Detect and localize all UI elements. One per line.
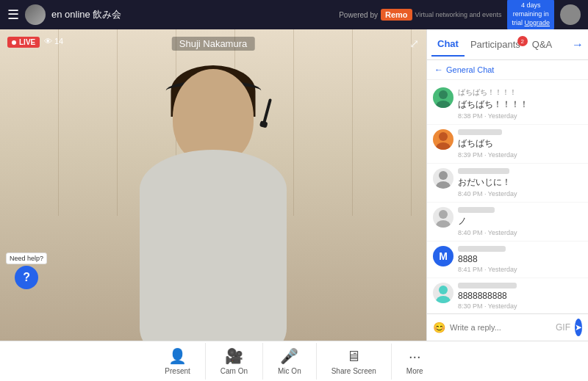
chat-breadcrumb[interactable]: ← General Chat	[427, 60, 588, 80]
message-content: ばちばち 8:39 PM · Yesterday	[458, 129, 582, 159]
message-avatar: M	[433, 246, 453, 266]
more-label: More	[406, 367, 423, 375]
video-frame	[0, 29, 426, 341]
chat-tabs: Chat Participants 2 Q&A →	[427, 29, 588, 60]
share-screen-label: Share Screen	[331, 367, 376, 375]
help-text: Need help?	[6, 253, 47, 264]
breadcrumb-label: General Chat	[446, 65, 494, 74]
chat-message: 8888888888 8:30 PM · Yesterday	[427, 278, 588, 313]
cam-icon: 🎥	[225, 347, 243, 365]
tab-participants-label: Participants	[470, 39, 520, 50]
remo-logo: Remo	[381, 9, 412, 21]
trial-text3: trial Upgrade	[512, 19, 550, 28]
live-label: LIVE	[19, 38, 35, 46]
user-avatar-top	[560, 4, 581, 25]
message-avatar	[433, 207, 453, 228]
main-content: LIVE 👁 14 Shuji Nakamura ⤢ Need help? ? …	[0, 29, 588, 341]
speaker-name: Shuji Nakamura	[172, 37, 255, 51]
message-time: 8:30 PM · Yesterday	[458, 302, 582, 310]
svg-point-0	[439, 90, 448, 99]
message-time: 8:38 PM · Yesterday	[458, 112, 582, 120]
bottom-bar: 👤 Present 🎥 Cam On 🎤 Mic On 🖥 Share Scre…	[0, 341, 588, 381]
message-text: ばちばち！！！！	[458, 98, 582, 111]
message-time: 8:39 PM · Yesterday	[458, 151, 582, 159]
upgrade-link[interactable]: Upgrade	[524, 19, 550, 26]
toolbar-present[interactable]: 👤 Present	[150, 343, 205, 380]
chat-message: M 8888 8:41 PM · Yesterday	[427, 242, 588, 278]
cam-label: Cam On	[220, 367, 248, 375]
trial-badge[interactable]: 4 days remaining in trial Upgrade	[507, 0, 554, 30]
live-badge: LIVE	[7, 37, 40, 48]
message-sender	[458, 168, 509, 174]
help-icon[interactable]: ?	[15, 266, 38, 289]
chat-messages[interactable]: ばちばち！！！！ ばちばち！！！！ 8:38 PM · Yesterday ばち…	[427, 80, 588, 313]
svg-point-6	[439, 210, 448, 219]
emoji-button[interactable]: 😊	[433, 322, 445, 333]
chat-message: ばちばち！！！！ ばちばち！！！！ 8:38 PM · Yesterday	[427, 83, 588, 125]
message-text: 8888	[458, 254, 582, 264]
message-sender	[458, 207, 495, 213]
svg-point-3	[436, 142, 451, 150]
toolbar-more[interactable]: ··· More	[392, 344, 438, 380]
trial-text: 4 days	[512, 1, 550, 10]
send-button[interactable]: ➤	[575, 319, 582, 336]
event-avatar-image	[25, 4, 46, 25]
virtual-label: Virtual networking and events	[415, 11, 502, 18]
top-bar-left: ☰ en online 飲み会	[7, 4, 121, 25]
video-area: LIVE 👁 14 Shuji Nakamura ⤢ Need help? ?	[0, 29, 426, 341]
message-avatar	[433, 87, 453, 108]
message-avatar	[433, 283, 453, 303]
person-silhouette	[110, 69, 316, 341]
svg-point-9	[436, 296, 451, 303]
gif-button[interactable]: GIF	[556, 322, 570, 333]
menu-icon[interactable]: ☰	[7, 7, 19, 23]
viewer-count: 👁 14	[44, 37, 63, 46]
help-button[interactable]: Need help? ?	[6, 253, 47, 289]
svg-point-2	[439, 132, 448, 141]
present-icon: 👤	[168, 347, 187, 365]
eye-icon: 👁	[44, 37, 52, 46]
message-content: おだいじに！ 8:40 PM · Yesterday	[458, 168, 582, 197]
message-sender: ばちばち！！！！	[458, 87, 582, 98]
message-sender	[458, 283, 517, 289]
message-time: 8:41 PM · Yesterday	[458, 266, 582, 273]
svg-point-5	[436, 181, 451, 189]
video-background	[0, 29, 426, 341]
headset-mic	[262, 98, 272, 124]
expand-button[interactable]: ⤢	[409, 37, 419, 51]
message-content: ノ 8:40 PM · Yesterday	[458, 207, 582, 236]
chat-message: ノ 8:40 PM · Yesterday	[427, 203, 588, 242]
mic-label: Mic On	[278, 367, 301, 375]
chat-input[interactable]	[450, 323, 551, 332]
message-content: ばちばち！！！！ ばちばち！！！！ 8:38 PM · Yesterday	[458, 87, 582, 120]
message-text: 8888888888	[458, 291, 582, 301]
message-sender	[458, 246, 506, 252]
message-time: 8:40 PM · Yesterday	[458, 229, 582, 236]
present-label: Present	[165, 367, 190, 375]
message-content: 8888888888 8:30 PM · Yesterday	[458, 283, 582, 310]
chat-message: おだいじに！ 8:40 PM · Yesterday	[427, 164, 588, 203]
tab-chat[interactable]: Chat	[431, 32, 465, 57]
live-dot	[12, 40, 16, 45]
svg-point-7	[436, 220, 451, 228]
message-text: おだいじに！	[458, 176, 582, 189]
message-text: ばちばち	[458, 137, 582, 150]
toolbar-mic[interactable]: 🎤 Mic On	[263, 343, 317, 380]
tab-qa[interactable]: Q&A	[526, 33, 558, 56]
chat-arrow[interactable]: →	[572, 38, 584, 51]
toolbar-share-screen[interactable]: 🖥 Share Screen	[317, 344, 392, 380]
trial-text2: remaining in	[512, 10, 550, 19]
svg-point-1	[436, 101, 451, 108]
share-screen-icon: 🖥	[346, 348, 361, 365]
message-text: ノ	[458, 215, 582, 228]
event-title: en online 飲み会	[51, 8, 121, 21]
event-avatar	[25, 4, 46, 25]
top-bar: ☰ en online 飲み会 Powered by Remo Virtual …	[0, 0, 588, 29]
powered-by-label: Powered by	[339, 11, 378, 19]
svg-point-8	[439, 286, 448, 294]
more-icon: ···	[409, 348, 421, 365]
tab-participants[interactable]: Participants 2	[465, 33, 526, 56]
toolbar-cam[interactable]: 🎥 Cam On	[206, 343, 263, 380]
top-bar-right: Powered by Remo Virtual networking and e…	[339, 0, 581, 30]
powered-by: Powered by Remo Virtual networking and e…	[339, 9, 501, 21]
